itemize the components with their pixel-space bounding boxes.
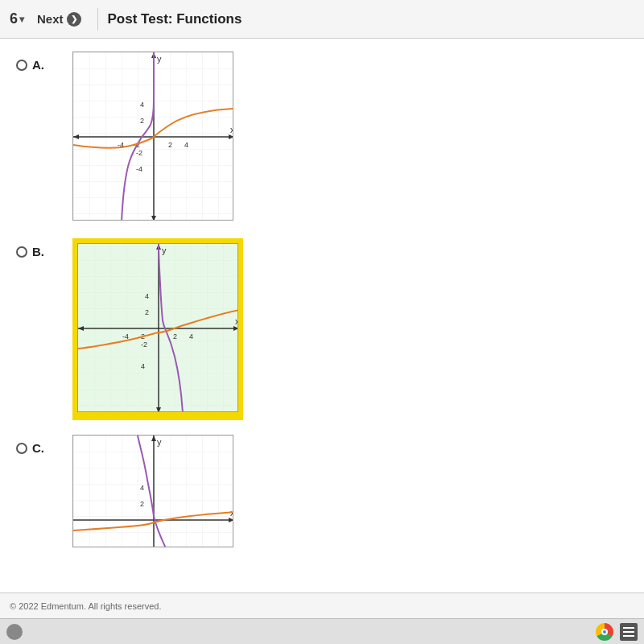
next-button[interactable]: Next ❯ [31, 9, 88, 30]
chrome-inner [601, 629, 608, 635]
svg-text:y: y [162, 246, 167, 255]
radio-c[interactable] [16, 443, 27, 454]
svg-text:2: 2 [173, 332, 177, 341]
svg-text:-2: -2 [136, 149, 142, 157]
top-bar: 6 ▾ Next ❯ Post Test: Functions [0, 0, 644, 39]
option-a-row: A. [16, 52, 628, 224]
svg-text:4: 4 [141, 362, 145, 370]
svg-text:2: 2 [140, 117, 144, 125]
next-label: Next [37, 12, 64, 26]
svg-text:2: 2 [168, 141, 172, 149]
option-c-text: C. [32, 441, 44, 455]
svg-text:4: 4 [145, 292, 149, 300]
taskbar-right [596, 623, 638, 641]
svg-text:-4: -4 [122, 332, 129, 341]
graph-c: x y 4 2 [72, 435, 233, 547]
divider [97, 8, 98, 31]
svg-text:2: 2 [145, 308, 149, 316]
svg-text:y: y [157, 437, 162, 447]
svg-text:-2: -2 [141, 341, 147, 349]
menu-line-1 [623, 627, 634, 629]
svg-text:4: 4 [140, 101, 144, 109]
graph-c-wrapper: x y 4 2 [72, 435, 233, 551]
graph-a: x y -4 -2 2 4 2 4 -2 -4 [72, 52, 233, 221]
chevron-down-icon[interactable]: ▾ [19, 14, 24, 25]
page-title: Post Test: Functions [108, 11, 242, 27]
graph-a-wrapper: x y -4 -2 2 4 2 4 -2 -4 [72, 52, 233, 224]
option-b-row: B. [16, 238, 628, 420]
radio-b[interactable] [16, 246, 27, 258]
menu-line-3 [623, 635, 634, 637]
option-c-label[interactable]: C. [16, 441, 64, 455]
question-num-text: 6 [10, 10, 18, 27]
graph-b-wrapper: x y -4 -2 2 4 2 4 -2 4 [72, 238, 243, 420]
taskbar-circle-icon [6, 624, 23, 640]
copyright-text: © 2022 Edmentum. All rights reserved. [10, 601, 161, 611]
option-a-label[interactable]: A. [16, 58, 64, 72]
taskbar-left [6, 624, 23, 640]
menu-icon[interactable] [620, 623, 638, 641]
svg-text:4: 4 [184, 141, 188, 149]
svg-text:x: x [235, 316, 238, 326]
taskbar [0, 618, 644, 644]
option-b-text: B. [32, 245, 44, 258]
option-b-label[interactable]: B. [16, 245, 64, 258]
question-number: 6 ▾ [10, 10, 24, 27]
svg-text:2: 2 [140, 500, 144, 508]
menu-line-2 [623, 631, 634, 633]
option-a-text: A. [32, 58, 44, 72]
svg-text:-4: -4 [136, 165, 142, 173]
footer: © 2022 Edmentum. All rights reserved. [0, 592, 644, 618]
main-content: A. [0, 39, 644, 618]
radio-a[interactable] [16, 60, 27, 71]
svg-text:x: x [230, 125, 233, 134]
svg-text:y: y [157, 54, 162, 64]
highlight-b: x y -4 -2 2 4 2 4 -2 4 [72, 238, 243, 420]
svg-text:4: 4 [189, 332, 193, 341]
chrome-icon[interactable] [596, 623, 613, 641]
graph-b: x y -4 -2 2 4 2 4 -2 4 [77, 243, 238, 412]
svg-text:4: 4 [140, 484, 144, 492]
option-c-row: C. x y 4 [16, 435, 628, 551]
next-arrow-icon: ❯ [67, 12, 81, 27]
